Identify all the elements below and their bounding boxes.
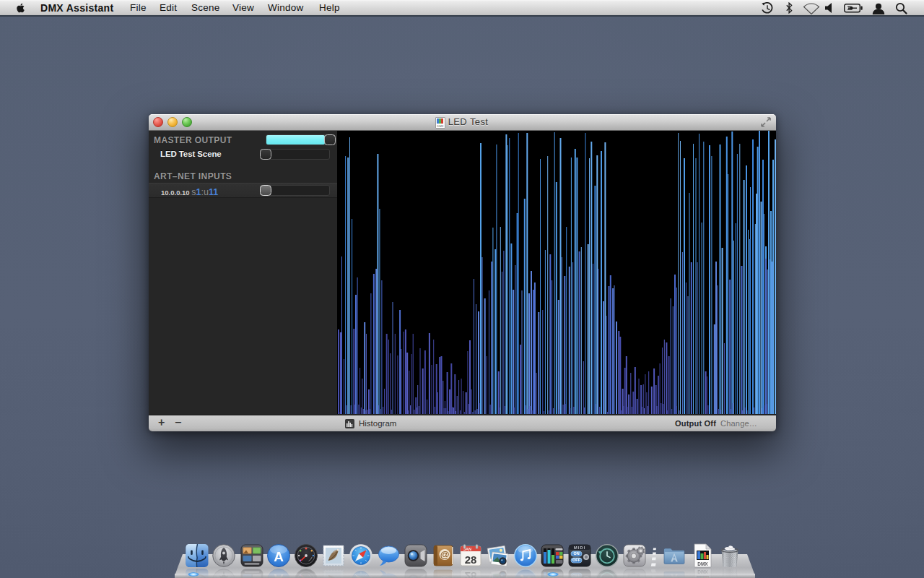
svg-text:@: @ (440, 549, 450, 560)
svg-text:28: 28 (465, 553, 477, 566)
svg-text:OFF: OFF (572, 558, 581, 562)
svg-text:ON: ON (573, 551, 579, 556)
svg-text:MIDI: MIDI (574, 545, 586, 550)
svg-text:DMX: DMX (697, 561, 708, 566)
svg-text:A: A (274, 549, 284, 564)
